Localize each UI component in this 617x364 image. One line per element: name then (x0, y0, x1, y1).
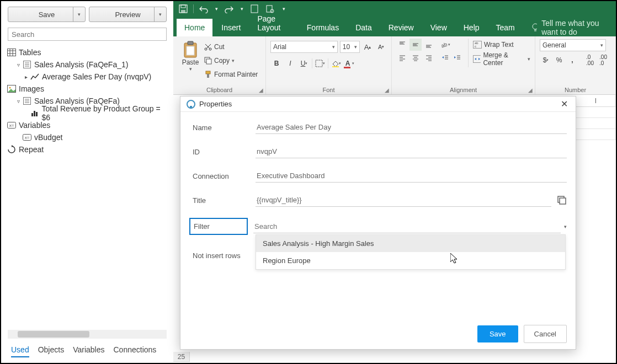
dialog-launcher-icon[interactable]: ◢ (385, 87, 389, 93)
dialog-title: Properties (199, 100, 558, 108)
title-input[interactable] (256, 194, 551, 207)
orientation-button[interactable]: ab▾ (439, 39, 451, 51)
copy-button[interactable] (557, 195, 567, 205)
font-size-select[interactable]: 10▾ (340, 41, 360, 53)
filter-dropdown-icon[interactable]: ▾ (564, 224, 567, 229)
tree-node-variables-leaf[interactable]: x= vBudget (7, 131, 168, 143)
preview-dropdown-caret[interactable]: ▾ (154, 7, 166, 22)
number-format-select[interactable]: General▾ (540, 39, 606, 51)
tree-node-images-leaf[interactable]: Total Revenue by Product Group = $6 (7, 107, 168, 119)
new-doc-icon[interactable] (249, 3, 260, 14)
expand-icon[interactable]: ▿ (14, 98, 22, 104)
comma-format-button[interactable]: , (566, 54, 578, 66)
quick-access-toolbar: ▾ ▾ ▾ (173, 1, 616, 17)
dialog-cancel-button[interactable]: Cancel (524, 325, 567, 343)
qat-customize-icon[interactable]: ▾ (280, 3, 288, 14)
connection-input[interactable] (256, 169, 567, 183)
align-right-icon[interactable] (423, 52, 435, 64)
tab-used[interactable]: Used (11, 345, 29, 357)
increase-font-icon[interactable]: A▴ (362, 41, 374, 53)
preview-button[interactable]: Preview ▾ (89, 7, 167, 22)
sidebar-search-input[interactable] (8, 28, 167, 41)
tree-node-tables[interactable]: Tables (7, 46, 168, 58)
merge-icon (473, 55, 481, 63)
dropdown-item[interactable]: Sales Analysis - High Margin Sales (256, 235, 565, 252)
paste-button[interactable]: Paste ▾ (178, 39, 203, 81)
expand-icon[interactable]: ▸ (22, 74, 30, 80)
save-button[interactable]: Save ▾ (8, 7, 86, 22)
align-center-icon[interactable] (409, 52, 422, 64)
image-icon (7, 85, 17, 93)
row-header[interactable]: 25 (173, 352, 190, 362)
wrap-text-button[interactable]: abc Wrap Text (473, 39, 530, 51)
tab-variables[interactable]: Variables (73, 345, 104, 357)
ribbon-tab-help[interactable]: Help (456, 19, 487, 36)
filter-search-input[interactable] (253, 220, 561, 233)
scrollbar-thumb[interactable] (18, 331, 89, 338)
merge-dropdown-icon[interactable]: ▾ (528, 56, 530, 62)
svg-rect-25 (181, 10, 185, 13)
format-painter-button[interactable]: Format Painter (204, 68, 258, 81)
align-left-icon[interactable] (396, 52, 408, 64)
fill-color-button[interactable]: ▾ (330, 57, 342, 69)
increase-indent-icon[interactable] (451, 52, 464, 64)
tree-label: Total Revenue by Product Group = $6 (42, 104, 168, 122)
redo-icon[interactable] (224, 3, 235, 14)
name-input[interactable] (256, 121, 567, 134)
accounting-format-button[interactable]: $▾ (540, 54, 552, 66)
format-painter-label: Format Painter (214, 71, 258, 78)
ribbon-tab-team[interactable]: Team (488, 19, 523, 36)
ribbon-tab-insert[interactable]: Insert (214, 19, 248, 36)
copy-dropdown-icon[interactable]: ▾ (232, 58, 235, 63)
dialog-launcher-icon[interactable]: ◢ (528, 87, 533, 93)
copy-button[interactable]: Copy ▾ (204, 55, 258, 67)
save-icon[interactable] (178, 3, 189, 14)
paste-dropdown-icon[interactable]: ▾ (189, 66, 192, 72)
column-header[interactable]: I (576, 95, 616, 107)
undo-dropdown-icon[interactable]: ▾ (214, 3, 219, 14)
cut-button[interactable]: Cut (204, 41, 258, 53)
save-dropdown-caret[interactable]: ▾ (73, 7, 85, 22)
decrease-indent-icon[interactable] (439, 52, 451, 64)
tab-connections[interactable]: Connections (113, 345, 156, 357)
ribbon-tab-data[interactable]: Data (348, 19, 380, 36)
clipboard-icon (183, 41, 198, 58)
tree-node-tables-leaf[interactable]: ▸ Average Sales Per Day (nvqpV) (7, 71, 168, 83)
tab-objects[interactable]: Objects (38, 345, 64, 357)
undo-icon[interactable] (198, 3, 209, 14)
ribbon-tab-view[interactable]: View (423, 19, 455, 36)
ribbon-tabs: Home Insert Page Layout Formulas Data Re… (173, 17, 616, 36)
dialog-save-button[interactable]: Save (477, 325, 518, 342)
dialog-launcher-icon[interactable]: ◢ (259, 87, 263, 93)
id-input[interactable] (256, 145, 567, 158)
tree-node-repeat[interactable]: Repeat (7, 143, 168, 156)
underline-button[interactable]: U▾ (298, 57, 310, 69)
increase-decimal-icon[interactable]: .0.00 (584, 54, 596, 66)
percent-format-button[interactable]: % (553, 54, 565, 66)
redo-dropdown-icon[interactable]: ▾ (239, 3, 244, 14)
sidebar-scrollbar[interactable] (8, 330, 167, 339)
svg-rect-82 (190, 106, 192, 109)
font-name-select[interactable]: Arial▾ (270, 41, 338, 53)
expand-icon[interactable]: ▿ (14, 62, 22, 68)
decrease-decimal-icon[interactable]: .00.0 (597, 54, 609, 66)
ribbon-tab-formulas[interactable]: Formulas (299, 19, 347, 36)
ribbon-tab-review[interactable]: Review (381, 19, 422, 36)
tell-me-search[interactable]: Tell me what you want to do (531, 19, 613, 36)
align-bottom-icon[interactable] (423, 39, 435, 51)
align-middle-icon[interactable] (409, 39, 422, 51)
font-color-button[interactable]: A▾ (344, 57, 356, 69)
border-button[interactable]: ▾ (314, 57, 326, 69)
bold-button[interactable]: B (270, 57, 283, 69)
tree-node-tables-child[interactable]: ▿ Sales Analysis (FaQeFa_1) (7, 58, 168, 71)
ribbon-tab-home[interactable]: Home (177, 19, 212, 36)
svg-text:x=: x= (9, 123, 14, 128)
close-button[interactable]: ✕ (558, 98, 570, 110)
decrease-font-icon[interactable]: A▾ (375, 41, 387, 53)
print-preview-icon[interactable] (264, 3, 275, 14)
merge-center-button[interactable]: Merge & Center ▾ (473, 53, 530, 65)
dropdown-item[interactable]: Region Europe (256, 252, 565, 269)
tree-node-images[interactable]: Images (7, 83, 168, 95)
italic-button[interactable]: I (284, 57, 296, 69)
align-top-icon[interactable] (396, 39, 408, 51)
